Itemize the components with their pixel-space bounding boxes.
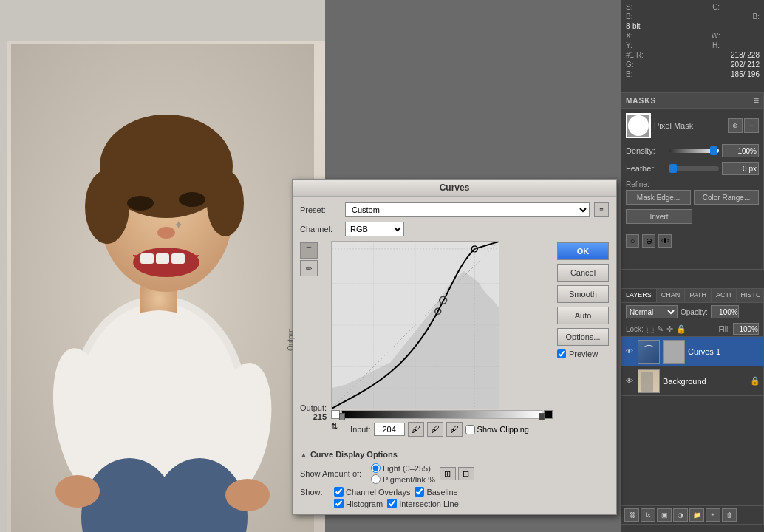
density-input[interactable] (722, 144, 759, 157)
density-label: Density: (626, 146, 666, 155)
highlight-point[interactable] (544, 410, 553, 419)
svg-point-8 (127, 196, 154, 211)
layer-curves1[interactable]: 👁 ⌒ Curves 1 (621, 337, 763, 366)
display-options-header[interactable]: ▲ Curve Display Options (300, 450, 609, 459)
curves-canvas-wrap[interactable] (331, 241, 499, 409)
preset-row: Preset: Custom Default Lighter Darker In… (300, 202, 609, 217)
highlight-slider-handle[interactable] (539, 413, 545, 420)
white-eyedropper-button[interactable]: 🖋 (446, 422, 463, 437)
g-label: G: (626, 61, 634, 69)
feather-slider[interactable] (669, 166, 719, 171)
small-grid-button[interactable]: ⊞ (440, 467, 456, 480)
opacity-input[interactable] (711, 305, 739, 318)
lock-all-icon[interactable]: 🔒 (676, 324, 686, 334)
intersection-checkbox[interactable] (387, 499, 397, 508)
layers-adjustment-button[interactable]: ◑ (673, 508, 688, 522)
display-options-title: Curve Display Options (310, 450, 398, 459)
masks-header: MASKS ≡ (621, 93, 763, 109)
invert-button[interactable]: Invert (626, 209, 692, 224)
baseline-label: Baseline (426, 488, 457, 497)
c-label: C: (712, 3, 720, 11)
tab-actions[interactable]: ACTI (712, 289, 737, 302)
mask-edge-button[interactable]: Mask Edge... (626, 190, 691, 205)
cancel-button[interactable]: Cancel (557, 264, 609, 282)
bit-depth: 8-bit (626, 22, 640, 30)
show-clipping-label: Show Clipping (477, 425, 529, 434)
baseline-checkbox[interactable] (415, 487, 424, 497)
grid-buttons: ⊞ ⊟ (440, 467, 474, 480)
channel-row: Channel: RGB Red Green Blue (300, 222, 609, 236)
input-value-field[interactable] (374, 423, 405, 436)
tab-histogram[interactable]: HISTC (737, 289, 764, 302)
layers-folder-button[interactable]: 📁 (689, 508, 704, 522)
masks-menu-icon[interactable]: ≡ (754, 95, 759, 106)
layer-background[interactable]: 👁 Background 🔒 (621, 366, 763, 396)
feather-input[interactable] (722, 162, 759, 175)
preview-checkbox[interactable] (557, 349, 566, 358)
svg-text:✦: ✦ (174, 219, 183, 231)
ok-button[interactable]: OK (557, 242, 609, 260)
shadow-slider-handle[interactable] (339, 413, 345, 420)
tab-layers[interactable]: LAYERS (621, 289, 657, 302)
lock-move-icon[interactable]: ✛ (666, 324, 673, 334)
channel-label: Channel: (300, 225, 341, 233)
r-value: 218/ 228 (731, 51, 760, 59)
options-button[interactable]: Options... (557, 328, 609, 346)
black-eyedropper-button[interactable]: 🖋 (408, 422, 424, 437)
show-clipping-checkbox[interactable] (465, 425, 475, 434)
masks-eye-icon[interactable]: 👁 (658, 234, 672, 248)
baseline-cb-row: Baseline (415, 487, 457, 497)
svg-point-19 (55, 475, 100, 508)
gray-eyedropper-button[interactable]: 🖋 (427, 422, 443, 437)
svg-point-10 (157, 227, 175, 239)
smooth-button[interactable]: Smooth (557, 285, 609, 303)
layers-link-button[interactable]: ⛓ (624, 508, 639, 522)
masks-link-icon[interactable]: ⊕ (642, 234, 655, 248)
layer-curves1-visibility[interactable]: 👁 (624, 347, 635, 357)
preview-row: Preview (557, 349, 609, 358)
tab-paths[interactable]: PATH (685, 289, 712, 302)
large-grid-button[interactable]: ⊟ (458, 467, 474, 480)
blend-mode-select[interactable]: Normal Multiply Screen (626, 305, 678, 318)
mask-delete-icon[interactable]: − (744, 118, 759, 133)
channel-overlays-checkbox[interactable] (334, 487, 344, 497)
density-thumb[interactable] (710, 146, 717, 155)
histogram-checkbox[interactable] (334, 499, 344, 508)
feather-thumb[interactable] (669, 164, 677, 173)
masks-panel: MASKS ≡ Pixel Mask ⊕ − Density: Feather: (621, 92, 764, 270)
curves-transfer-icon[interactable]: ⇅ (331, 422, 347, 437)
y2-label: Y: (626, 41, 632, 50)
auto-button[interactable]: Auto (557, 307, 609, 324)
mask-filter-icon[interactable]: ⊕ (728, 118, 743, 133)
intersection-cb-row: Intersection Line (387, 499, 459, 508)
lock-transparent-icon[interactable]: ⬚ (647, 324, 654, 334)
layer-background-visibility[interactable]: 👁 (624, 376, 635, 386)
preset-menu-button[interactable]: ≡ (594, 202, 609, 217)
curve-pencil-tool[interactable]: ✏ (300, 260, 318, 276)
masks-circle-icon[interactable]: ○ (626, 234, 639, 248)
layers-delete-button[interactable]: 🗑 (722, 508, 737, 522)
layers-options: Normal Multiply Screen Opacity: (621, 303, 763, 321)
feather-label: Feather: (626, 164, 666, 173)
density-slider[interactable] (669, 149, 719, 153)
opacity-label: Opacity: (681, 308, 708, 316)
show-clipping-container: Show Clipping (465, 425, 529, 434)
preset-select[interactable]: Custom Default Lighter Darker Increase C… (345, 202, 590, 217)
b-label: B: (626, 13, 632, 21)
input-gradient-slider[interactable] (341, 410, 542, 419)
layers-mask-button[interactable]: ▣ (657, 508, 672, 522)
layers-new-button[interactable]: + (706, 508, 720, 522)
pigment-radio[interactable] (371, 474, 381, 484)
curve-select-tool[interactable]: ⌒ (300, 242, 318, 259)
layers-fx-button[interactable]: fx (641, 508, 655, 522)
intersection-label: Intersection Line (399, 499, 459, 508)
output-value-label: Output: 215 (300, 403, 327, 421)
channel-select[interactable]: RGB Red Green Blue (345, 222, 404, 236)
tab-channels[interactable]: CHAN (657, 289, 686, 302)
fill-input[interactable] (733, 323, 759, 335)
color-range-button[interactable]: Color Range... (694, 190, 759, 205)
mask-label: Pixel Mask (654, 121, 693, 130)
light-radio[interactable] (371, 463, 381, 473)
lock-brush-icon[interactable]: ✎ (657, 324, 664, 334)
options-arrow-icon: ▲ (300, 451, 307, 459)
